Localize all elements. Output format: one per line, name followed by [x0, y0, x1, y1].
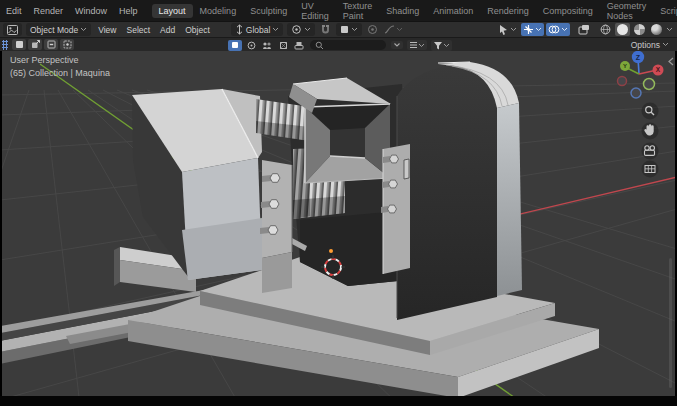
- menu-select[interactable]: Select: [121, 25, 155, 35]
- proportional-editing-toggle[interactable]: [365, 23, 380, 36]
- collapsed-dropdown[interactable]: [391, 41, 403, 49]
- object-origin-dot: [329, 249, 333, 253]
- menu-object[interactable]: Object: [180, 25, 215, 35]
- camera-view-button[interactable]: [642, 143, 659, 160]
- shading-material-button[interactable]: [632, 23, 647, 36]
- tool-drag-handle[interactable]: [2, 40, 8, 50]
- chevron-down-icon: [80, 27, 87, 32]
- filter-toggle-objects[interactable]: [260, 40, 274, 51]
- tab-layout[interactable]: Layout: [152, 4, 193, 18]
- chevron-down-icon: [393, 42, 401, 48]
- stamp-icon: [294, 41, 304, 50]
- tab-rendering[interactable]: Rendering: [480, 4, 536, 18]
- tab-compositing[interactable]: Compositing: [536, 4, 600, 18]
- tab-modeling[interactable]: Modeling: [193, 4, 244, 18]
- transform-orientation-dropdown[interactable]: Global: [231, 23, 284, 36]
- editor-type-button[interactable]: [3, 23, 22, 36]
- select-subtract-icon: [47, 40, 56, 49]
- topbar: Edit Render Window Help Layout Modeling …: [0, 0, 677, 21]
- chevron-down-icon: [272, 27, 279, 32]
- chevron-down-icon: [351, 27, 358, 32]
- shading-mode-group: [598, 23, 673, 36]
- navigation-gizmo[interactable]: Z Y X: [618, 51, 664, 98]
- menu-render[interactable]: Render: [28, 6, 70, 16]
- snap-increment-icon: [340, 25, 349, 34]
- select-extend-icon: [31, 40, 40, 49]
- funnel-icon: [433, 41, 443, 50]
- menu-window[interactable]: Window: [69, 6, 113, 16]
- display-mode-dropdown[interactable]: [407, 40, 427, 50]
- menu-help[interactable]: Help: [113, 6, 144, 16]
- proportional-falloff-dropdown[interactable]: [382, 23, 405, 36]
- viewport-header: Object Mode View Select Add Object Globa…: [0, 21, 677, 37]
- gizmo-y-label: Y: [623, 63, 627, 69]
- xray-toggle[interactable]: [576, 23, 592, 36]
- filter-dropdown[interactable]: [431, 40, 452, 51]
- gizmo-neg-y-ball[interactable]: [644, 79, 655, 90]
- filter-toggle-restrict[interactable]: [228, 40, 242, 51]
- gizmo-x-label: X: [656, 66, 661, 73]
- blender-window: Edit Render Window Help Layout Modeling …: [0, 0, 677, 406]
- falloff-curve-icon: [384, 24, 395, 35]
- select-mode-subtract-button[interactable]: [44, 39, 58, 50]
- filter-toggle-stamp[interactable]: [292, 40, 306, 51]
- select-mode-extend-button[interactable]: [28, 39, 42, 50]
- filter-toggle-sphere[interactable]: [244, 40, 258, 51]
- snap-toggle[interactable]: [318, 23, 333, 36]
- select-intersect-icon: [63, 40, 72, 49]
- pan-button[interactable]: [642, 123, 659, 140]
- cursor-pointer-icon: [498, 24, 509, 36]
- sidebar-toggle-arrow[interactable]: [669, 58, 673, 65]
- filter-toggle-cube[interactable]: [276, 40, 290, 51]
- editor-3d-viewport-icon: [7, 25, 18, 35]
- 3d-viewport[interactable]: Z Y X: [2, 51, 675, 396]
- shading-solid-button[interactable]: [615, 23, 630, 36]
- cube-icon: [279, 41, 288, 50]
- mode-dropdown[interactable]: Object Mode: [26, 23, 91, 36]
- tab-geometry-nodes[interactable]: Geometry Nodes: [600, 0, 654, 23]
- chevron-down-icon: [304, 27, 311, 32]
- ortho-perspective-button[interactable]: [642, 161, 659, 178]
- overlays-icon: [548, 24, 560, 35]
- proportional-circle-icon: [367, 24, 378, 35]
- menu-view[interactable]: View: [93, 25, 121, 35]
- shading-wireframe-button[interactable]: [598, 23, 613, 36]
- menu-add[interactable]: Add: [155, 25, 180, 35]
- chevron-down-icon: [666, 27, 673, 32]
- tab-sculpting[interactable]: Sculpting: [243, 4, 294, 18]
- mode-label: Object Mode: [30, 25, 78, 35]
- tool-settings-bar: Options: [0, 37, 677, 51]
- show-overlays-toggle[interactable]: [546, 23, 570, 36]
- viewport-nav-buttons: [642, 103, 659, 178]
- tab-uv-editing[interactable]: UV Editing: [294, 0, 336, 23]
- select-set-icon: [15, 40, 24, 49]
- pivot-point-dropdown[interactable]: [287, 23, 315, 36]
- list-icon: [409, 41, 418, 49]
- viewport-scrollbar[interactable]: [669, 258, 672, 388]
- tab-shading[interactable]: Shading: [379, 4, 426, 18]
- show-gizmo-toggle[interactable]: [521, 23, 544, 36]
- snap-target-dropdown[interactable]: [336, 23, 362, 36]
- sphere-dots-icon: [247, 41, 256, 50]
- zoom-button[interactable]: [642, 103, 659, 120]
- gizmo-neg-x-ball[interactable]: [618, 77, 627, 86]
- square-icon: [231, 41, 239, 49]
- search-input[interactable]: [310, 40, 386, 50]
- object-visibility-dropdown[interactable]: [496, 23, 519, 37]
- select-mode-intersect-button[interactable]: [60, 39, 74, 50]
- chevron-down-icon: [443, 43, 450, 48]
- options-dropdown[interactable]: Options: [631, 40, 669, 50]
- chevron-down-icon: [418, 43, 425, 48]
- tab-texture-paint[interactable]: Texture Paint: [336, 0, 380, 23]
- gizmo-neg-z-ball[interactable]: [631, 88, 641, 98]
- filter-cluster: [227, 39, 454, 51]
- tab-animation[interactable]: Animation: [426, 4, 480, 18]
- pivot-icon: [291, 24, 302, 35]
- select-mode-set-button[interactable]: [12, 39, 26, 50]
- shading-rendered-button[interactable]: [649, 23, 664, 36]
- view-name-label: User Perspective: [10, 54, 110, 67]
- workspace-tabs: Layout Modeling Sculpting UV Editing Tex…: [152, 0, 677, 23]
- tab-scripting[interactable]: Scripting: [653, 4, 677, 18]
- menu-edit[interactable]: Edit: [0, 6, 28, 16]
- rendered-sphere-icon: [651, 24, 662, 35]
